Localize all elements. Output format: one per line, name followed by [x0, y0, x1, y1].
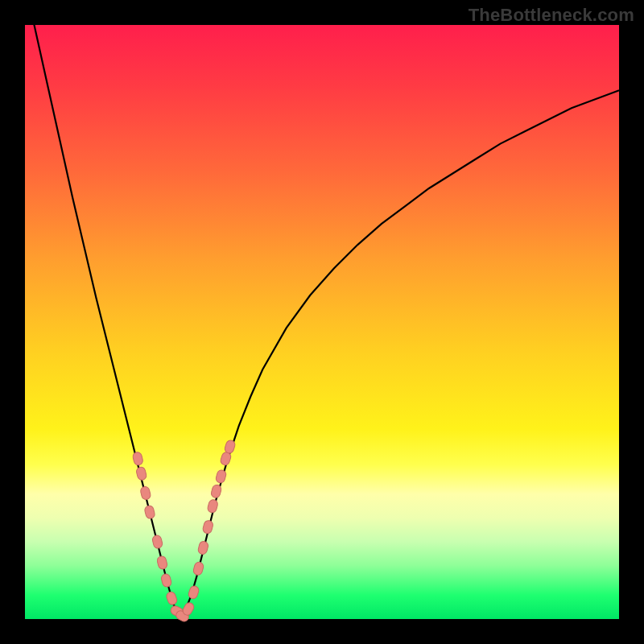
sample-point [135, 466, 147, 481]
sample-point [202, 520, 214, 535]
sample-point [207, 499, 219, 514]
sample-point [197, 540, 209, 555]
sample-point [151, 535, 163, 549]
bottleneck-curve [25, 0, 619, 616]
sample-point [188, 584, 200, 600]
sample-point [140, 485, 152, 500]
watermark-label: TheBottleneck.com [469, 5, 634, 26]
sample-point [215, 469, 227, 484]
plot-area [25, 25, 619, 619]
sample-point [132, 452, 144, 466]
sample-point [192, 561, 204, 576]
chart-frame: TheBottleneck.com [0, 0, 644, 644]
sample-point [156, 555, 168, 570]
sample-point [165, 591, 178, 606]
sample-points-group [132, 440, 236, 623]
sample-point [160, 573, 172, 588]
sample-point [144, 505, 156, 519]
chart-svg [25, 25, 619, 619]
